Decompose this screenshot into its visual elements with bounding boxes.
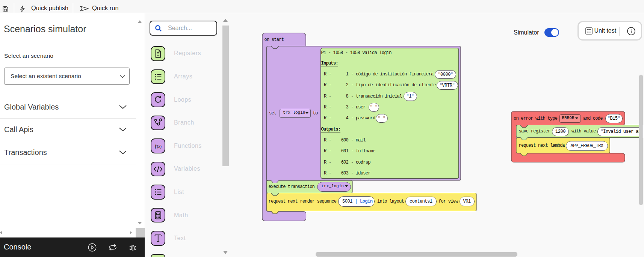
svg-text:(x): (x) (157, 144, 162, 149)
